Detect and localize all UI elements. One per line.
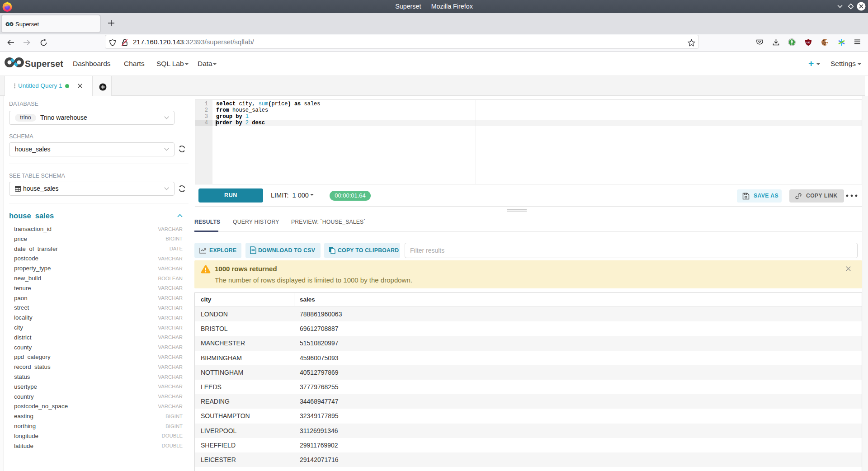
svg-text:UO: UO — [807, 41, 810, 44]
